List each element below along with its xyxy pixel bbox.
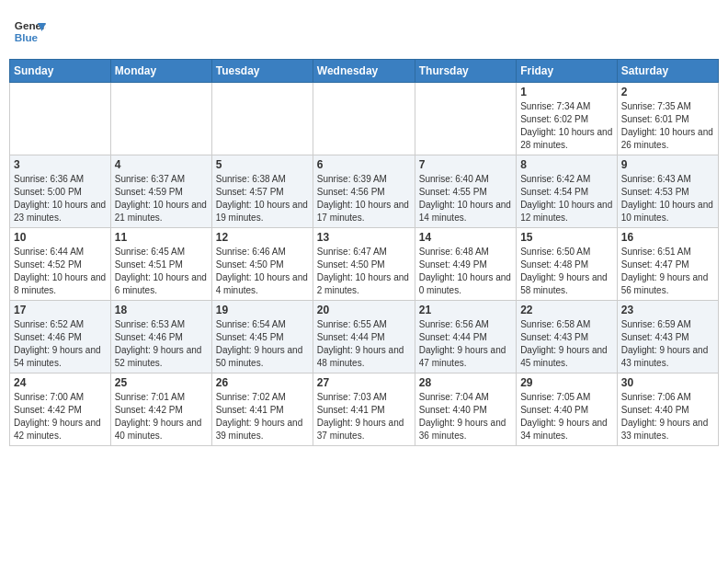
day-number: 28 — [419, 376, 512, 389]
day-info: Sunrise: 6:46 AMSunset: 4:50 PMDaylight:… — [216, 246, 309, 297]
day-number: 21 — [419, 304, 512, 316]
day-number: 1 — [520, 86, 613, 98]
day-info: Sunrise: 7:34 AMSunset: 6:02 PMDaylight:… — [520, 100, 613, 152]
day-number: 6 — [317, 158, 411, 171]
calendar-cell: 20Sunrise: 6:55 AMSunset: 4:44 PMDayligh… — [313, 301, 415, 373]
day-number: 3 — [14, 158, 107, 171]
day-info: Sunrise: 6:53 AMSunset: 4:46 PMDaylight:… — [115, 318, 208, 370]
day-number: 15 — [520, 231, 613, 244]
page-header: General Blue — [9, 9, 719, 53]
day-info: Sunrise: 7:01 AMSunset: 4:42 PMDaylight:… — [115, 391, 208, 442]
day-info: Sunrise: 7:02 AMSunset: 4:41 PMDaylight:… — [216, 391, 309, 442]
day-info: Sunrise: 6:43 AMSunset: 4:53 PMDaylight:… — [621, 173, 714, 224]
calendar-cell: 26Sunrise: 7:02 AMSunset: 4:41 PMDayligh… — [211, 373, 313, 446]
day-info: Sunrise: 6:48 AMSunset: 4:49 PMDaylight:… — [419, 246, 512, 297]
day-header-sunday: Sunday — [10, 60, 111, 83]
day-header-wednesday: Wednesday — [313, 60, 415, 83]
day-number: 24 — [14, 376, 107, 389]
day-header-saturday: Saturday — [617, 60, 718, 83]
day-number: 12 — [216, 231, 309, 244]
day-info: Sunrise: 6:52 AMSunset: 4:46 PMDaylight:… — [14, 318, 107, 370]
calendar-cell: 10Sunrise: 6:44 AMSunset: 4:52 PMDayligh… — [10, 228, 111, 301]
calendar-cell: 12Sunrise: 6:46 AMSunset: 4:50 PMDayligh… — [211, 228, 313, 301]
day-number: 10 — [14, 231, 107, 244]
day-number: 13 — [317, 231, 411, 244]
day-info: Sunrise: 6:47 AMSunset: 4:50 PMDaylight:… — [317, 246, 411, 297]
day-number: 8 — [520, 158, 613, 171]
day-number: 29 — [520, 376, 613, 389]
day-info: Sunrise: 6:56 AMSunset: 4:44 PMDaylight:… — [419, 318, 512, 370]
calendar-cell: 2Sunrise: 7:35 AMSunset: 6:01 PMDaylight… — [617, 83, 718, 155]
day-header-tuesday: Tuesday — [211, 60, 313, 83]
day-number: 7 — [419, 158, 512, 171]
calendar-cell — [211, 83, 313, 155]
day-info: Sunrise: 6:58 AMSunset: 4:43 PMDaylight:… — [520, 318, 613, 370]
calendar-cell: 9Sunrise: 6:43 AMSunset: 4:53 PMDaylight… — [617, 155, 718, 228]
calendar-cell: 5Sunrise: 6:38 AMSunset: 4:57 PMDaylight… — [211, 155, 313, 228]
calendar-cell: 13Sunrise: 6:47 AMSunset: 4:50 PMDayligh… — [313, 228, 415, 301]
day-number: 17 — [14, 304, 107, 316]
day-info: Sunrise: 6:39 AMSunset: 4:56 PMDaylight:… — [317, 173, 411, 224]
calendar-week-2: 3Sunrise: 6:36 AMSunset: 5:00 PMDaylight… — [10, 155, 719, 228]
day-info: Sunrise: 7:04 AMSunset: 4:40 PMDaylight:… — [419, 391, 512, 442]
calendar-cell: 8Sunrise: 6:42 AMSunset: 4:54 PMDaylight… — [517, 155, 618, 228]
day-number: 27 — [317, 376, 411, 389]
day-number: 2 — [621, 86, 714, 98]
day-info: Sunrise: 6:59 AMSunset: 4:43 PMDaylight:… — [621, 318, 714, 370]
calendar-cell: 6Sunrise: 6:39 AMSunset: 4:56 PMDaylight… — [313, 155, 415, 228]
calendar-cell: 17Sunrise: 6:52 AMSunset: 4:46 PMDayligh… — [10, 301, 111, 373]
calendar-cell: 24Sunrise: 7:00 AMSunset: 4:42 PMDayligh… — [10, 373, 111, 446]
day-number: 20 — [317, 304, 411, 316]
day-info: Sunrise: 6:51 AMSunset: 4:47 PMDaylight:… — [621, 246, 714, 297]
calendar-cell: 19Sunrise: 6:54 AMSunset: 4:45 PMDayligh… — [211, 301, 313, 373]
calendar-cell: 3Sunrise: 6:36 AMSunset: 5:00 PMDaylight… — [10, 155, 111, 228]
day-header-monday: Monday — [110, 60, 211, 83]
day-info: Sunrise: 6:42 AMSunset: 4:54 PMDaylight:… — [520, 173, 613, 224]
day-number: 19 — [216, 304, 309, 316]
logo: General Blue — [13, 15, 46, 48]
day-number: 9 — [621, 158, 714, 171]
day-info: Sunrise: 6:55 AMSunset: 4:44 PMDaylight:… — [317, 318, 411, 370]
calendar-week-4: 17Sunrise: 6:52 AMSunset: 4:46 PMDayligh… — [10, 301, 719, 373]
calendar-cell: 21Sunrise: 6:56 AMSunset: 4:44 PMDayligh… — [415, 301, 516, 373]
day-number: 26 — [216, 376, 309, 389]
calendar-cell — [415, 83, 516, 155]
day-number: 18 — [115, 304, 208, 316]
day-info: Sunrise: 6:45 AMSunset: 4:51 PMDaylight:… — [115, 246, 208, 297]
calendar-cell: 18Sunrise: 6:53 AMSunset: 4:46 PMDayligh… — [110, 301, 211, 373]
calendar-week-3: 10Sunrise: 6:44 AMSunset: 4:52 PMDayligh… — [10, 228, 719, 301]
calendar-cell: 15Sunrise: 6:50 AMSunset: 4:48 PMDayligh… — [517, 228, 618, 301]
calendar-cell: 4Sunrise: 6:37 AMSunset: 4:59 PMDaylight… — [110, 155, 211, 228]
calendar-cell: 7Sunrise: 6:40 AMSunset: 4:55 PMDaylight… — [415, 155, 516, 228]
day-info: Sunrise: 7:03 AMSunset: 4:41 PMDaylight:… — [317, 391, 411, 442]
calendar-cell: 11Sunrise: 6:45 AMSunset: 4:51 PMDayligh… — [110, 228, 211, 301]
calendar-header-row: SundayMondayTuesdayWednesdayThursdayFrid… — [10, 60, 719, 83]
day-header-friday: Friday — [517, 60, 618, 83]
day-number: 5 — [216, 158, 309, 171]
calendar-cell — [110, 83, 211, 155]
calendar-week-1: 1Sunrise: 7:34 AMSunset: 6:02 PMDaylight… — [10, 83, 719, 155]
day-number: 14 — [419, 231, 512, 244]
day-info: Sunrise: 6:40 AMSunset: 4:55 PMDaylight:… — [419, 173, 512, 224]
day-info: Sunrise: 7:35 AMSunset: 6:01 PMDaylight:… — [621, 100, 714, 152]
calendar-cell: 28Sunrise: 7:04 AMSunset: 4:40 PMDayligh… — [415, 373, 516, 446]
day-info: Sunrise: 7:05 AMSunset: 4:40 PMDaylight:… — [520, 391, 613, 442]
day-number: 23 — [621, 304, 714, 316]
svg-text:Blue: Blue — [15, 31, 39, 43]
calendar-cell: 1Sunrise: 7:34 AMSunset: 6:02 PMDaylight… — [517, 83, 618, 155]
calendar-cell: 25Sunrise: 7:01 AMSunset: 4:42 PMDayligh… — [110, 373, 211, 446]
logo-icon: General Blue — [13, 15, 46, 48]
day-number: 4 — [115, 158, 208, 171]
calendar-cell: 29Sunrise: 7:05 AMSunset: 4:40 PMDayligh… — [517, 373, 618, 446]
day-info: Sunrise: 6:36 AMSunset: 5:00 PMDaylight:… — [14, 173, 107, 224]
day-info: Sunrise: 7:06 AMSunset: 4:40 PMDaylight:… — [621, 391, 714, 442]
calendar-cell: 14Sunrise: 6:48 AMSunset: 4:49 PMDayligh… — [415, 228, 516, 301]
calendar-cell: 30Sunrise: 7:06 AMSunset: 4:40 PMDayligh… — [617, 373, 718, 446]
day-info: Sunrise: 6:54 AMSunset: 4:45 PMDaylight:… — [216, 318, 309, 370]
calendar-cell: 22Sunrise: 6:58 AMSunset: 4:43 PMDayligh… — [517, 301, 618, 373]
calendar-cell: 23Sunrise: 6:59 AMSunset: 4:43 PMDayligh… — [617, 301, 718, 373]
day-number: 11 — [115, 231, 208, 244]
day-info: Sunrise: 6:44 AMSunset: 4:52 PMDaylight:… — [14, 246, 107, 297]
calendar-cell: 16Sunrise: 6:51 AMSunset: 4:47 PMDayligh… — [617, 228, 718, 301]
day-info: Sunrise: 7:00 AMSunset: 4:42 PMDaylight:… — [14, 391, 107, 442]
